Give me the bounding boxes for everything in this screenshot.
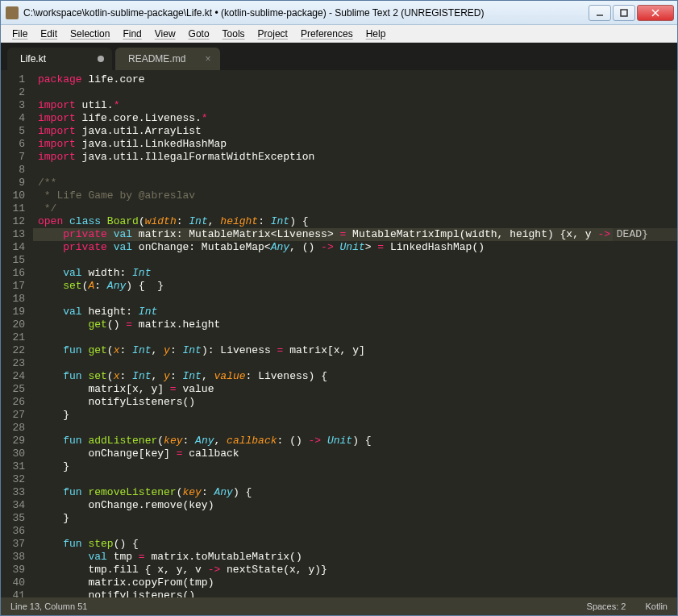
line-number[interactable]: 26 (1, 396, 25, 409)
close-button[interactable] (637, 5, 674, 21)
menu-help[interactable]: Help (360, 27, 393, 41)
line-number[interactable]: 1 (1, 73, 25, 86)
code-line[interactable]: val tmp = matrix.toMutableMatrix() (33, 551, 677, 564)
line-number[interactable]: 27 (1, 409, 25, 422)
line-number[interactable]: 32 (1, 473, 25, 486)
line-number[interactable]: 28 (1, 422, 25, 435)
indent-setting[interactable]: Spaces: 2 (587, 601, 626, 611)
cursor-position[interactable]: Line 13, Column 51 (10, 601, 568, 611)
line-number[interactable]: 17 (1, 280, 25, 293)
line-number[interactable]: 10 (1, 189, 25, 202)
titlebar[interactable]: C:\workspace\kotlin-sublime-package\Life… (1, 1, 677, 25)
syntax-setting[interactable]: Kotlin (645, 601, 668, 611)
code-line[interactable] (33, 357, 677, 370)
code-line[interactable]: notifyListeners() (33, 396, 677, 409)
menu-tools[interactable]: Tools (216, 27, 252, 41)
line-number[interactable]: 40 (1, 576, 25, 589)
line-number[interactable]: 9 (1, 177, 25, 189)
code-line[interactable]: } (33, 409, 677, 422)
line-number[interactable]: 21 (1, 331, 25, 344)
code-line[interactable]: matrix.copyFrom(tmp) (33, 576, 677, 589)
line-number[interactable]: 25 (1, 383, 25, 396)
line-number[interactable]: 11 (1, 202, 25, 215)
code-line[interactable] (33, 473, 677, 486)
line-number[interactable]: 33 (1, 486, 25, 499)
line-number[interactable]: 12 (1, 215, 25, 228)
code-line[interactable]: get() = matrix.height (33, 318, 677, 331)
code-line[interactable]: private val matrix: MutableMatrix<Livene… (33, 228, 677, 241)
tab-life-kt[interactable]: Life.kt (7, 48, 112, 70)
code-line[interactable]: fun set(x: Int, y: Int, value: Liveness)… (33, 370, 677, 383)
code-line[interactable]: onChange.remove(key) (33, 499, 677, 512)
code-line[interactable]: import java.util.LinkedHashMap (33, 138, 677, 151)
code-line[interactable]: fun get(x: Int, y: Int): Liveness = matr… (33, 344, 677, 357)
line-number[interactable]: 30 (1, 447, 25, 460)
menu-preferences[interactable]: Preferences (294, 27, 360, 41)
line-number[interactable]: 7 (1, 151, 25, 164)
code-line[interactable]: import java.util.IllegalFormatWidthExcep… (33, 151, 677, 164)
menu-selection[interactable]: Selection (64, 27, 116, 41)
line-number[interactable]: 13 (1, 228, 25, 241)
code-line[interactable]: /** (33, 177, 677, 189)
code-line[interactable]: notifyListeners() (33, 589, 677, 597)
menu-view[interactable]: View (148, 27, 182, 41)
line-number[interactable]: 19 (1, 306, 25, 318)
code-line[interactable]: } (33, 460, 677, 473)
line-number[interactable]: 36 (1, 525, 25, 538)
line-number[interactable]: 4 (1, 112, 25, 125)
line-number[interactable]: 14 (1, 241, 25, 254)
code-line[interactable] (33, 525, 677, 538)
line-number[interactable]: 34 (1, 499, 25, 512)
menu-project[interactable]: Project (252, 27, 294, 41)
code-line[interactable]: import life.core.Liveness.* (33, 112, 677, 125)
code-area[interactable]: 1234567891011121314151617181920212223242… (1, 70, 677, 597)
line-number[interactable]: 16 (1, 267, 25, 280)
menu-goto[interactable]: Goto (182, 27, 216, 41)
code-line[interactable] (33, 293, 677, 306)
code-line[interactable]: import util.* (33, 99, 677, 112)
code-line[interactable] (33, 331, 677, 344)
line-number[interactable]: 41 (1, 589, 25, 597)
menu-find[interactable]: Find (116, 27, 148, 41)
code-line[interactable]: private val onChange: MutableMap<Any, ()… (33, 241, 677, 254)
line-number[interactable]: 20 (1, 318, 25, 331)
code-content[interactable]: package life.coreimport util.*import lif… (33, 70, 677, 597)
menu-file[interactable]: File (6, 27, 34, 41)
code-line[interactable]: set(A: Any) { } (33, 280, 677, 293)
line-number[interactable]: 31 (1, 460, 25, 473)
code-line[interactable] (33, 164, 677, 177)
line-number[interactable]: 3 (1, 99, 25, 112)
minimap[interactable] (613, 70, 677, 597)
code-line[interactable]: import java.util.ArrayList (33, 125, 677, 138)
code-line[interactable]: } (33, 512, 677, 525)
line-number[interactable]: 39 (1, 564, 25, 576)
code-line[interactable] (33, 422, 677, 435)
line-number[interactable]: 15 (1, 254, 25, 267)
line-number[interactable]: 38 (1, 551, 25, 564)
line-number[interactable]: 22 (1, 344, 25, 357)
code-line[interactable]: open class Board(width: Int, height: Int… (33, 215, 677, 228)
code-line[interactable]: val height: Int (33, 306, 677, 318)
line-number[interactable]: 8 (1, 164, 25, 177)
code-line[interactable]: val width: Int (33, 267, 677, 280)
code-line[interactable]: fun addListener(key: Any, callback: () -… (33, 435, 677, 447)
tab-readme-md[interactable]: README.md× (115, 48, 220, 70)
line-number[interactable]: 24 (1, 370, 25, 383)
code-line[interactable] (33, 86, 677, 99)
code-line[interactable]: * Life Game by @abreslav (33, 189, 677, 202)
code-line[interactable]: matrix[x, y] = value (33, 383, 677, 396)
code-line[interactable]: onChange[key] = callback (33, 447, 677, 460)
minimize-button[interactable] (589, 5, 611, 21)
maximize-button[interactable] (613, 5, 635, 21)
line-number[interactable]: 35 (1, 512, 25, 525)
code-line[interactable] (33, 254, 677, 267)
code-line[interactable]: fun step() { (33, 538, 677, 551)
line-number[interactable]: 37 (1, 538, 25, 551)
line-number[interactable]: 6 (1, 138, 25, 151)
code-line[interactable]: package life.core (33, 73, 677, 86)
code-line[interactable]: tmp.fill { x, y, v -> nextState(x, y)} (33, 564, 677, 576)
line-number[interactable]: 29 (1, 435, 25, 447)
code-line[interactable]: */ (33, 202, 677, 215)
line-number[interactable]: 18 (1, 293, 25, 306)
close-icon[interactable]: × (204, 55, 212, 63)
